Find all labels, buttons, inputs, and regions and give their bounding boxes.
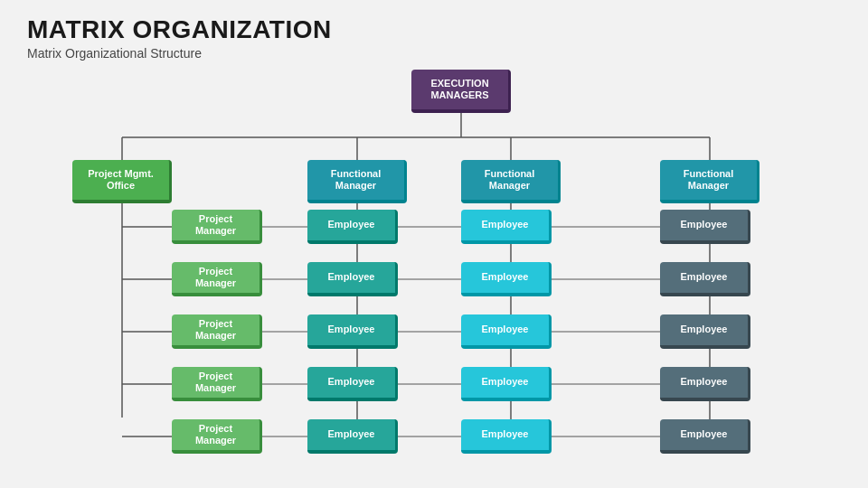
pm-box-2: ProjectManager (172, 262, 262, 296)
subtitle: Matrix Organizational Structure (27, 46, 841, 61)
emp-c3r4-label: Employee (681, 376, 728, 388)
emp-col3-row2: Employee (660, 262, 750, 296)
exec-managers-box: EXECUTIONMANAGERS (411, 70, 511, 113)
func-manager-1-box: FunctionalManager (307, 160, 407, 203)
exec-label: EXECUTIONMANAGERS (430, 78, 488, 101)
emp-col1-row3: Employee (307, 314, 398, 349)
pm-5-label: ProjectManager (195, 423, 236, 446)
slide: MATRIX ORGANIZATION Matrix Organizationa… (0, 0, 868, 488)
emp-col3-row4: Employee (660, 367, 750, 401)
func-manager-2-box: FunctionalManager (461, 160, 561, 203)
emp-c1r1-label: Employee (328, 219, 375, 230)
emp-col3-row3: Employee (660, 314, 750, 349)
emp-col2-row2: Employee (461, 262, 552, 296)
pmo-label: Project Mgmt.Office (88, 168, 154, 192)
func-manager-1-label: FunctionalManager (331, 168, 382, 192)
emp-c2r5-label: Employee (482, 428, 529, 440)
emp-col2-row4: Employee (461, 367, 552, 401)
emp-col1-row1: Employee (307, 210, 398, 244)
pm-box-1: ProjectManager (172, 210, 262, 244)
emp-c1r4-label: Employee (328, 376, 375, 388)
emp-col3-row5: Employee (660, 419, 750, 454)
pm-box-5: ProjectManager (172, 419, 262, 454)
pm-1-label: ProjectManager (195, 213, 236, 237)
emp-col1-row4: Employee (307, 367, 398, 401)
emp-c3r5-label: Employee (681, 428, 728, 440)
pmo-box: Project Mgmt.Office (72, 160, 172, 203)
pm-2-label: ProjectManager (195, 266, 236, 289)
pm-box-4: ProjectManager (172, 367, 262, 401)
emp-c1r3-label: Employee (328, 324, 375, 335)
emp-col1-row5: Employee (307, 419, 398, 454)
main-title: MATRIX ORGANIZATION (27, 16, 841, 44)
emp-c2r1-label: Employee (482, 219, 529, 230)
pm-4-label: ProjectManager (195, 371, 236, 394)
emp-c1r5-label: Employee (328, 428, 375, 440)
emp-c1r2-label: Employee (328, 271, 375, 283)
emp-c2r4-label: Employee (482, 376, 529, 388)
func-manager-3-box: FunctionalManager (660, 160, 760, 203)
emp-c3r3-label: Employee (681, 324, 728, 335)
emp-col3-row1: Employee (660, 210, 750, 244)
emp-c3r1-label: Employee (681, 219, 728, 230)
emp-c3r2-label: Employee (681, 271, 728, 283)
chart-area: EXECUTIONMANAGERS Project Mgmt.Office Fu… (27, 70, 841, 458)
func-manager-2-label: FunctionalManager (485, 168, 535, 192)
emp-col2-row5: Employee (461, 419, 552, 454)
emp-col1-row2: Employee (307, 262, 398, 296)
pm-box-3: ProjectManager (172, 314, 262, 349)
emp-c2r3-label: Employee (482, 324, 529, 335)
emp-col2-row1: Employee (461, 210, 552, 244)
emp-col2-row3: Employee (461, 314, 552, 349)
pm-3-label: ProjectManager (195, 318, 236, 342)
emp-c2r2-label: Employee (482, 271, 529, 283)
func-manager-3-label: FunctionalManager (684, 168, 734, 192)
